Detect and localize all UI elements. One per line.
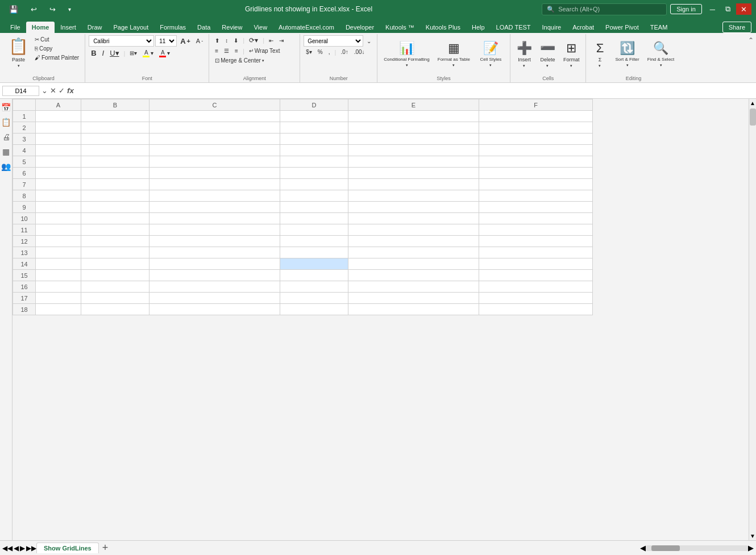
cell-reference-box[interactable]: D14 [2, 86, 39, 96]
orientation-button[interactable]: ⟳▾ [247, 35, 260, 45]
search-input[interactable] [558, 6, 649, 12]
number-expand-button[interactable]: ⌄ [364, 37, 373, 45]
formula-input[interactable] [76, 86, 754, 95]
find-select-button[interactable]: 🔍 Find & Select ▾ [645, 39, 678, 69]
underline-button[interactable]: U▾ [107, 48, 121, 59]
cell-f14[interactable] [479, 258, 593, 270]
borders-button[interactable]: ⊞▾ [127, 49, 139, 57]
cell-e6[interactable] [348, 168, 479, 179]
cell-a6[interactable] [36, 168, 81, 179]
cell-d15[interactable] [280, 270, 348, 281]
horizontal-scrollbar[interactable] [646, 545, 748, 551]
restore-button[interactable]: ⧉ [721, 3, 735, 15]
cell-d12[interactable] [280, 236, 348, 247]
tab-kutools-plus[interactable]: Kutools Plus [420, 22, 466, 33]
percent-button[interactable]: % [315, 48, 325, 56]
cell-b16[interactable] [81, 281, 149, 293]
cell-d7[interactable] [280, 179, 348, 190]
cell-f17[interactable] [479, 293, 593, 304]
scroll-thumb[interactable] [750, 109, 756, 126]
quick-access-more-button[interactable]: ▾ [64, 5, 76, 14]
cell-c18[interactable] [149, 304, 280, 315]
cell-f5[interactable] [479, 156, 593, 168]
cell-a4[interactable] [36, 145, 81, 156]
copy-button[interactable]: ⎘ Copy [32, 44, 81, 53]
cell-c6[interactable] [149, 168, 280, 179]
tab-load-test[interactable]: LOAD TEST [491, 22, 537, 33]
cell-f3[interactable] [479, 133, 593, 145]
row-header-15[interactable]: 15 [13, 270, 36, 281]
tab-developer[interactable]: Developer [340, 22, 380, 33]
cell-a15[interactable] [36, 270, 81, 281]
row-header-7[interactable]: 7 [13, 179, 36, 190]
row-header-13[interactable]: 13 [13, 247, 36, 258]
row-header-1[interactable]: 1 [13, 111, 36, 122]
share-button[interactable]: Share [722, 22, 751, 33]
cell-c12[interactable] [149, 236, 280, 247]
cell-b13[interactable] [81, 247, 149, 258]
close-button[interactable]: ✕ [736, 3, 751, 15]
italic-button[interactable]: I [100, 48, 107, 59]
fill-color-button[interactable]: A ▾ [140, 48, 156, 59]
cell-b12[interactable] [81, 236, 149, 247]
sheet-last-button[interactable]: ▶▶ [26, 544, 36, 552]
cell-c4[interactable] [149, 145, 280, 156]
row-header-6[interactable]: 6 [13, 168, 36, 179]
cell-d3[interactable] [280, 133, 348, 145]
cell-f18[interactable] [479, 304, 593, 315]
cell-d17[interactable] [280, 293, 348, 304]
align-top-button[interactable]: ⬆ [213, 36, 222, 45]
cell-f4[interactable] [479, 145, 593, 156]
side-icon-5[interactable]: 👥 [0, 160, 13, 173]
row-header-14[interactable]: 14 [13, 258, 36, 270]
increase-font-button[interactable]: A+ [178, 36, 193, 47]
row-header-2[interactable]: 2 [13, 122, 36, 133]
indent-increase-button[interactable]: ⇥ [277, 36, 286, 45]
delete-button[interactable]: ➖ Delete ▾ [537, 39, 558, 70]
cell-f6[interactable] [479, 168, 593, 179]
cell-c14[interactable] [149, 258, 280, 270]
cell-f10[interactable] [479, 213, 593, 224]
cell-d4[interactable] [280, 145, 348, 156]
format-button[interactable]: ⊞ Format ▾ [560, 39, 583, 70]
font-name-select[interactable]: Calibri [89, 35, 154, 47]
col-header-f[interactable]: F [479, 99, 593, 111]
cell-d8[interactable] [280, 190, 348, 202]
cell-a18[interactable] [36, 304, 81, 315]
decrease-decimal-button[interactable]: .00↓ [352, 48, 367, 56]
save-button[interactable]: 💾 [5, 4, 23, 15]
vertical-scrollbar[interactable]: ▲ ▼ [749, 99, 756, 540]
hscroll-left-button[interactable]: ◀ [640, 544, 646, 552]
cell-c17[interactable] [149, 293, 280, 304]
cell-e5[interactable] [348, 156, 479, 168]
sort-filter-button[interactable]: 🔃 Sort & Filter ▾ [612, 39, 642, 69]
cell-e11[interactable] [348, 224, 479, 236]
cell-e13[interactable] [348, 247, 479, 258]
cell-b6[interactable] [81, 168, 149, 179]
tab-draw[interactable]: Draw [82, 22, 108, 33]
cell-a17[interactable] [36, 293, 81, 304]
tab-acrobat[interactable]: Acrobat [567, 22, 600, 33]
scroll-down-button[interactable]: ▼ [749, 532, 756, 540]
increase-decimal-button[interactable]: .0↑ [338, 48, 350, 56]
tab-page-layout[interactable]: Page Layout [107, 22, 154, 33]
cell-e15[interactable] [348, 270, 479, 281]
side-icon-1[interactable]: 📅 [0, 101, 13, 114]
cell-b5[interactable] [81, 156, 149, 168]
cell-b15[interactable] [81, 270, 149, 281]
side-icon-2[interactable]: 📋 [0, 116, 13, 128]
search-box[interactable]: 🔍 [542, 3, 667, 15]
decrease-font-button[interactable]: A- [194, 36, 205, 45]
hscroll-thumb[interactable] [651, 545, 680, 551]
tab-kutools[interactable]: Kutools ™ [380, 22, 420, 33]
cell-f1[interactable] [479, 111, 593, 122]
tab-help[interactable]: Help [466, 22, 491, 33]
cell-b4[interactable] [81, 145, 149, 156]
cell-a2[interactable] [36, 122, 81, 133]
col-header-d[interactable]: D [280, 99, 348, 111]
cell-b7[interactable] [81, 179, 149, 190]
cell-f8[interactable] [479, 190, 593, 202]
tab-automateexcel[interactable]: AutomateExcel.com [273, 22, 340, 33]
col-header-a[interactable]: A [36, 99, 81, 111]
cell-f2[interactable] [479, 122, 593, 133]
